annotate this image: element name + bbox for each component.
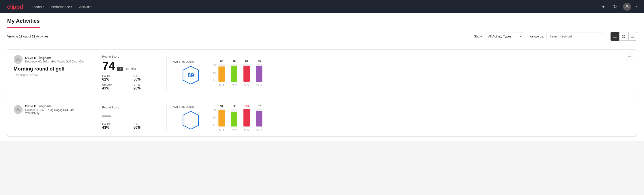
chart-col-putt: 89 PUTT xyxy=(256,59,262,86)
list-view-button[interactable] xyxy=(610,32,619,40)
card-divider-4 xyxy=(166,104,167,131)
edit-button[interactable]: ✏ xyxy=(626,53,633,60)
quality-title: Avg Shot Quality xyxy=(173,60,194,63)
score-value-2: — xyxy=(102,111,111,120)
svg-rect-4 xyxy=(622,35,624,36)
search-input[interactable] xyxy=(546,32,604,40)
hexagon-container: 89 xyxy=(181,65,201,85)
bar-fill-app xyxy=(231,66,237,82)
chart-col-ott: 85 OTT xyxy=(218,59,225,86)
svg-rect-8 xyxy=(631,35,634,35)
user-name: Dave Billingham xyxy=(25,56,84,60)
svg-point-12 xyxy=(17,58,19,59)
refresh-icon[interactable]: ↻ xyxy=(612,3,618,10)
bar-track-putt xyxy=(256,64,262,82)
svg-point-0 xyxy=(626,5,628,7)
bar-track-app xyxy=(231,64,237,82)
svg-rect-2 xyxy=(613,36,616,36)
show-label: Show: xyxy=(474,34,483,38)
activities-list: ✏ Dave Billingham December 05, 2021 - Go… xyxy=(0,45,644,141)
header-right: + ↻ ▾ xyxy=(600,3,637,11)
data-source: Data Source: Arccos xyxy=(14,74,90,77)
bar-fill-ott xyxy=(218,66,225,82)
updown-stat: Up/Down 43% xyxy=(102,83,129,90)
user-info: Dave Billingham December 05, 2021 - Gog … xyxy=(25,56,84,63)
card-divider-2 xyxy=(166,55,167,90)
fw-hit-stat-2: FW Hit 43% xyxy=(102,122,129,130)
page-content: My Activities Viewing 12 out of 29 Activ… xyxy=(0,14,644,141)
stat-grid-2: FW Hit 43% GIR 56% xyxy=(102,122,160,130)
user-date-2: October 16, 2021 - Gog Magog Golf Club -… xyxy=(25,108,90,115)
chart-col-app: 90 APP xyxy=(231,59,237,86)
bar-fill-arg xyxy=(244,66,250,82)
add-icon[interactable]: + xyxy=(600,3,607,10)
stat-grid: FW Hit 62% GIR 50% Up/Down 43% 1 Putt 28… xyxy=(102,74,160,90)
logo: clippd xyxy=(7,3,23,10)
avatar-2 xyxy=(14,105,22,114)
header: clippd Teams ▾ Performance ▾ Activities … xyxy=(0,0,644,14)
card-user-2: Dave Billingham October 16, 2021 - Gog M… xyxy=(14,104,90,115)
keywords-filter-group: Keywords: xyxy=(530,32,604,40)
svg-rect-5 xyxy=(624,35,625,36)
card-user: Dave Billingham December 05, 2021 - Gog … xyxy=(14,55,90,64)
user-avatar-button[interactable] xyxy=(623,3,631,11)
svg-rect-6 xyxy=(622,36,624,38)
card-stats: Round Score 74 +4 18 Holes FW Hit 62% GI… xyxy=(102,55,160,90)
page-title-bar: My Activities xyxy=(0,14,644,28)
svg-rect-7 xyxy=(624,36,625,38)
chart-col-arg: 89 ARG xyxy=(244,59,250,86)
svg-rect-10 xyxy=(631,36,634,37)
bar-track-ott-2 xyxy=(218,109,225,126)
hexagon-container-2 xyxy=(181,110,201,130)
activity-card: ✏ Dave Billingham December 05, 2021 - Go… xyxy=(7,49,637,96)
card-stats-2: Round Score — FW Hit 43% GIR 56% xyxy=(102,104,160,131)
bar-track-putt-2 xyxy=(256,109,262,126)
show-filter-group: Show: All Activity Types xyxy=(474,32,525,40)
svg-rect-1 xyxy=(613,35,616,35)
grid-view-button[interactable] xyxy=(620,32,628,40)
performance-chevron-icon: ▾ xyxy=(71,6,72,8)
card-chart-2: 100 50 0 94 OTT 82 xyxy=(209,104,630,131)
bar-track-arg xyxy=(244,64,250,82)
bar-fill-putt xyxy=(256,66,262,82)
svg-rect-11 xyxy=(631,38,634,38)
nav-performance[interactable]: Performance ▾ xyxy=(51,5,72,9)
bar-track-arg-2 xyxy=(244,109,250,126)
card-quality: Avg Shot Quality 89 xyxy=(173,55,209,90)
chart-y-axis-2: 100 50 0 xyxy=(213,109,217,131)
avatar-chevron: ▾ xyxy=(636,5,637,8)
gir-stat: GIR 50% xyxy=(134,74,160,82)
round-score-label: Round Score xyxy=(102,55,160,58)
avatar xyxy=(14,55,22,64)
activity-title: Morning round of golf xyxy=(14,66,90,72)
score-row: 74 +4 18 Holes xyxy=(102,60,160,72)
detail-view-button[interactable] xyxy=(628,32,637,40)
activity-type-select[interactable]: All Activity Types xyxy=(485,32,525,40)
gir-stat-2: GIR 56% xyxy=(134,122,160,130)
nav-teams[interactable]: Teams ▾ xyxy=(32,5,44,9)
card-left-2: Dave Billingham October 16, 2021 - Gog M… xyxy=(14,104,90,131)
bar-track-ott xyxy=(218,64,225,82)
score-holes: 18 Holes xyxy=(124,67,136,70)
main-nav: Teams ▾ Performance ▾ Activities xyxy=(32,5,92,9)
svg-marker-15 xyxy=(183,111,198,129)
page-title: My Activities xyxy=(7,18,40,28)
round-score-label-2: Round Score xyxy=(102,106,160,109)
hexagon: 89 xyxy=(181,65,201,85)
nav-activities[interactable]: Activities xyxy=(79,5,92,9)
quality-score: 89 xyxy=(188,72,194,79)
chart-col-putt-2: 87 PUTT xyxy=(256,104,262,131)
svg-rect-3 xyxy=(613,37,616,38)
chart-col-arg-2: 106 ARG xyxy=(244,104,250,131)
bar-track-app-2 xyxy=(231,109,237,126)
card-divider-3 xyxy=(96,104,96,131)
filter-bar: Viewing 12 out of 29 Activities Show: Al… xyxy=(0,28,644,45)
svg-point-14 xyxy=(17,108,19,109)
card-quality-2: Avg Shot Quality xyxy=(173,104,209,131)
viewing-count-text: Viewing 12 out of 29 Activities xyxy=(7,34,470,38)
score-row-2: — xyxy=(102,111,160,120)
view-toggles xyxy=(610,32,637,40)
card-divider xyxy=(96,55,96,90)
user-date: December 05, 2021 - Gog Magog Golf Club … xyxy=(25,60,84,63)
user-info-2: Dave Billingham October 16, 2021 - Gog M… xyxy=(25,104,90,115)
